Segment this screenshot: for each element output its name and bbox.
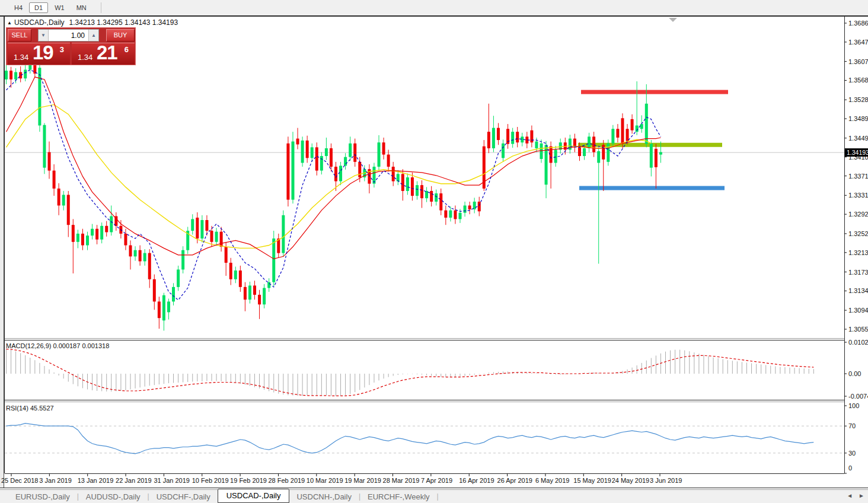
buy-button[interactable]: BUY bbox=[106, 29, 135, 42]
svg-text:6 May 2019: 6 May 2019 bbox=[535, 477, 569, 484]
candle-body bbox=[616, 129, 619, 138]
candle-body bbox=[435, 193, 438, 202]
candle-body bbox=[325, 148, 328, 156]
candle-body bbox=[124, 234, 127, 246]
svg-text:3 Jan 2019: 3 Jan 2019 bbox=[39, 477, 71, 484]
candle-body bbox=[454, 211, 457, 219]
candle-body bbox=[492, 128, 495, 148]
svg-text:1.36860: 1.36860 bbox=[848, 20, 868, 27]
candle-body bbox=[444, 211, 447, 218]
candles-layer bbox=[5, 55, 662, 330]
buy-price-box[interactable]: 1.34216 bbox=[72, 43, 135, 65]
candle-body bbox=[554, 149, 557, 163]
candle-body bbox=[286, 144, 289, 200]
tab-usdcad-daily[interactable]: USDCAD-,Daily bbox=[218, 489, 290, 503]
candle-body bbox=[143, 253, 146, 262]
candle-body bbox=[239, 270, 242, 287]
candle-body bbox=[349, 144, 352, 157]
buy-price-sup: 6 bbox=[125, 45, 129, 54]
chart-shift-marker[interactable] bbox=[669, 18, 677, 22]
candle-body bbox=[597, 151, 600, 163]
svg-text:1.32130: 1.32130 bbox=[848, 249, 868, 256]
candle-body bbox=[425, 191, 428, 198]
candle-body bbox=[33, 65, 36, 74]
candle-body bbox=[449, 211, 452, 218]
svg-text:13 Jan 2019: 13 Jan 2019 bbox=[78, 477, 114, 484]
time-axis[interactable]: 25 Dec 20183 Jan 201913 Jan 201922 Jan 2… bbox=[1, 473, 682, 484]
candle-body bbox=[535, 142, 538, 148]
candle-body bbox=[14, 72, 17, 79]
volume-input[interactable]: 1.00 bbox=[49, 30, 88, 41]
candle-body bbox=[72, 225, 75, 242]
svg-text:30: 30 bbox=[848, 450, 856, 457]
svg-text:31 Jan 2019: 31 Jan 2019 bbox=[154, 477, 190, 484]
support-line[interactable] bbox=[579, 186, 725, 190]
svg-text:28 Feb 2019: 28 Feb 2019 bbox=[268, 477, 305, 484]
svg-text:19 Mar 2019: 19 Mar 2019 bbox=[344, 477, 381, 484]
price-axis[interactable]: 1.368601.364701.360701.356801.352801.348… bbox=[844, 20, 868, 333]
svg-text:26 Apr 2019: 26 Apr 2019 bbox=[497, 477, 532, 484]
buy-price-prefix: 1.34 bbox=[78, 53, 92, 62]
sell-price-prefix: 1.34 bbox=[14, 53, 28, 62]
tab-eurusd-daily[interactable]: EURUSD-,Daily bbox=[8, 491, 77, 502]
candle-body bbox=[430, 191, 433, 202]
candle-body bbox=[134, 250, 137, 257]
timeframe-mn[interactable]: MN bbox=[71, 2, 92, 13]
timeframe-h4[interactable]: H4 bbox=[9, 2, 28, 13]
candle-body bbox=[200, 220, 203, 238]
candle-body bbox=[406, 177, 409, 191]
resistance-line[interactable] bbox=[581, 90, 728, 94]
svg-text:1.32920: 1.32920 bbox=[848, 211, 868, 218]
volume-decrease-button[interactable]: ▼ bbox=[39, 30, 49, 41]
tabs-scroll-right-icon[interactable]: ► bbox=[859, 492, 864, 499]
sell-price-box[interactable]: 1.34193 bbox=[8, 43, 70, 65]
candle-body bbox=[248, 285, 251, 300]
candle-body bbox=[67, 195, 70, 225]
candle-body bbox=[205, 220, 208, 231]
volume-spinner: ▼ 1.00 ▲ bbox=[38, 29, 99, 42]
candle-body bbox=[358, 162, 361, 177]
candle-body bbox=[626, 129, 629, 141]
candle-body bbox=[100, 226, 103, 240]
candle-body bbox=[9, 71, 12, 79]
candle-body bbox=[38, 68, 41, 125]
svg-text:1.35280: 1.35280 bbox=[848, 96, 868, 103]
tab-audusd-daily[interactable]: AUDUSD-,Daily bbox=[79, 491, 148, 502]
candle-body bbox=[397, 174, 400, 181]
tab-separator: | bbox=[437, 492, 439, 501]
candle-body bbox=[621, 118, 624, 144]
candle-body bbox=[129, 246, 132, 257]
collapse-triangle-icon[interactable]: ▲ bbox=[7, 20, 12, 26]
tab-usdcnh-daily[interactable]: USDCNH-,Daily bbox=[289, 491, 358, 502]
svg-text:25 Dec 2018: 25 Dec 2018 bbox=[1, 477, 38, 484]
candle-body bbox=[191, 219, 194, 231]
candle-body bbox=[253, 285, 256, 295]
sell-button[interactable]: SELL bbox=[8, 29, 31, 42]
candle-body bbox=[105, 226, 108, 233]
candle-body bbox=[416, 185, 419, 196]
tab-eurchf-weekly[interactable]: EURCHF-,Weekly bbox=[360, 491, 437, 502]
candle-body bbox=[583, 148, 586, 156]
ma-fast-blue bbox=[7, 70, 661, 300]
svg-text:0: 0 bbox=[848, 464, 852, 472]
candle-body bbox=[502, 144, 505, 158]
svg-text:7 Apr 2019: 7 Apr 2019 bbox=[421, 477, 452, 484]
tabs-scroll-left-icon[interactable]: ◄ bbox=[847, 492, 853, 499]
rsi-pane: 10070300 bbox=[5, 402, 859, 473]
candle-body bbox=[210, 231, 213, 242]
candle-body bbox=[645, 104, 648, 144]
chart-canvas[interactable]: 1.368601.364701.360701.356801.352801.348… bbox=[0, 0, 868, 503]
tab-usdchf-daily[interactable]: USDCHF-,Daily bbox=[149, 491, 218, 502]
symbol-tabbar: EURUSD-,Daily | AUDUSD-,Daily | USDCHF-,… bbox=[0, 489, 868, 503]
candle-body bbox=[602, 145, 605, 160]
candle-body bbox=[148, 253, 151, 279]
timeframe-w1[interactable]: W1 bbox=[49, 2, 70, 13]
candle-body bbox=[607, 144, 609, 162]
svg-text:1.33710: 1.33710 bbox=[848, 173, 868, 180]
candle-body bbox=[86, 235, 89, 245]
candle-body bbox=[382, 142, 385, 154]
volume-increase-button[interactable]: ▲ bbox=[88, 30, 98, 41]
timeframe-d1[interactable]: D1 bbox=[29, 2, 48, 13]
candle-body bbox=[516, 132, 519, 142]
candle-body bbox=[153, 279, 156, 302]
